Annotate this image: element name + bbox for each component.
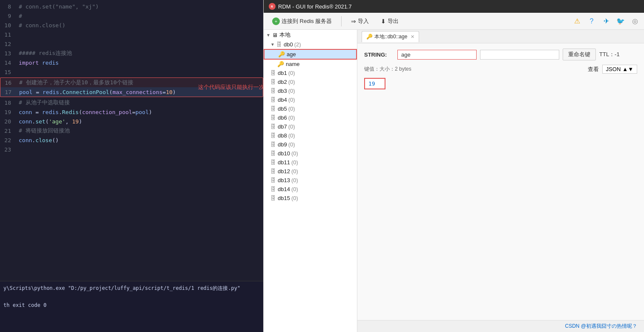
code-line-21: 21 # 将链接放回链接池	[0, 126, 263, 135]
tree-db0[interactable]: ▼ 🗄 db0 (2)	[264, 40, 357, 49]
db0-count: (2)	[294, 41, 301, 48]
tree-panel: ▼ 🖥 本地 ▼ 🗄 db0 (2) 🔑 age 🔑 name	[264, 30, 357, 332]
import-button[interactable]: ⇒ 导入	[347, 16, 373, 27]
age-key-label: age	[287, 51, 296, 57]
warning-icon[interactable]: ⚠	[572, 17, 582, 26]
info-icon[interactable]: ◎	[630, 17, 640, 26]
line-num-20: 20	[0, 118, 15, 125]
detail-tab-age[interactable]: 🔑 本地::db0::age ✕	[362, 31, 419, 42]
detail-content: STRING: 重命名键 TTL：-1 键值：大小：2 bytes 查看 JSO…	[357, 43, 644, 320]
tree-root[interactable]: ▼ 🖥 本地	[264, 30, 357, 40]
size-label: 键值：大小：2 bytes	[364, 66, 411, 73]
rename-button[interactable]: 重命名键	[563, 49, 596, 60]
code-line-9: 9 #	[0, 11, 263, 20]
code-area: 8 # conn.set("name", "xj") 9 # 10 # conn…	[0, 0, 263, 281]
tree-db15[interactable]: 🗄 db15 (0)	[264, 194, 357, 203]
db10-label: db10	[278, 150, 290, 157]
tree-db1[interactable]: 🗄 db1 (0)	[264, 69, 357, 77]
terminal-line-2	[3, 292, 260, 301]
code-line-13: 13 ##### redis连接池	[0, 49, 263, 58]
line-num-23: 23	[0, 146, 15, 153]
tree-db4[interactable]: 🗄 db4 (0)	[264, 95, 357, 104]
line-num-9: 9	[0, 13, 15, 19]
tree-db3[interactable]: 🗄 db3 (0)	[264, 86, 357, 95]
db13-icon: 🗄	[270, 177, 276, 183]
tab-close-button[interactable]: ✕	[411, 34, 414, 40]
db10-count: (0)	[291, 150, 298, 157]
db7-count: (0)	[288, 123, 295, 130]
line-num-16: 16	[0, 80, 16, 86]
key-value-input-placeholder[interactable]	[480, 50, 559, 60]
code-line-11: 11	[0, 30, 263, 39]
db4-label: db4	[278, 97, 287, 103]
tree-key-name[interactable]: 🔑 name	[264, 60, 357, 69]
line-content-19: conn = redis.Redis(connection_pool=pool)	[15, 109, 263, 115]
db3-label: db3	[278, 88, 287, 94]
tree-db14[interactable]: 🗄 db14 (0)	[264, 185, 357, 194]
db14-label: db14	[278, 186, 290, 192]
toolbar-separator-1	[341, 16, 342, 26]
line-num-13: 13	[0, 50, 15, 57]
line-num-15: 15	[0, 69, 15, 75]
tree-db7[interactable]: 🗄 db7 (0)	[264, 122, 357, 131]
db1-label: db1	[278, 70, 287, 76]
db12-icon: 🗄	[270, 168, 276, 175]
code-line-12: 12	[0, 39, 263, 49]
tree-db9[interactable]: 🗄 db9 (0)	[264, 140, 357, 149]
detail-tabbar: 🔑 本地::db0::age ✕	[357, 30, 644, 43]
connect-button[interactable]: + 连接到 Redis 服务器	[268, 16, 336, 27]
db0-label: db0	[284, 41, 293, 48]
export-button[interactable]: ⬇ 导出	[377, 16, 403, 27]
db4-icon: 🗄	[270, 97, 276, 103]
db8-count: (0)	[288, 132, 295, 139]
db2-count: (0)	[288, 79, 295, 85]
svg-text:R: R	[271, 5, 273, 8]
root-arrow: ▼	[266, 33, 272, 37]
db9-icon: 🗄	[270, 141, 276, 148]
highlighted-block: 这个代码应该只能执行一次 16 # 创建池子，池子大小是10，最多放10个链接 …	[0, 77, 263, 97]
db7-icon: 🗄	[270, 123, 276, 130]
db10-icon: 🗄	[270, 150, 276, 157]
line-content-8: # conn.set("name", "xj")	[15, 3, 263, 10]
db0-icon: 🗄	[276, 41, 282, 48]
tree-db10[interactable]: 🗄 db10 (0)	[264, 149, 357, 158]
tree-db8[interactable]: 🗄 db8 (0)	[264, 131, 357, 140]
line-content-22: conn.close()	[15, 137, 263, 143]
connect-label: 连接到 Redis 服务器	[282, 17, 332, 25]
key-name-input[interactable]	[397, 50, 477, 60]
tree-db5[interactable]: 🗄 db5 (0)	[264, 104, 357, 113]
line-num-21: 21	[0, 128, 15, 134]
code-line-20: 20 conn.set('age', 19)	[0, 117, 263, 126]
db9-label: db9	[278, 141, 287, 148]
tree-db12[interactable]: 🗄 db12 (0)	[264, 167, 357, 176]
view-format-chevron: ▲▼	[622, 66, 633, 72]
db15-label: db15	[278, 195, 290, 201]
help-icon[interactable]: ?	[587, 17, 596, 26]
line-content-10: # conn.close()	[15, 22, 263, 29]
line-num-11: 11	[0, 31, 15, 38]
tree-db2[interactable]: 🗄 db2 (0)	[264, 77, 357, 86]
twitter-icon[interactable]: 🐦	[616, 17, 625, 26]
line-num-18: 18	[0, 100, 15, 106]
db5-icon: 🗄	[270, 106, 276, 112]
code-line-15: 15	[0, 67, 263, 77]
detail-row-type: STRING: 重命名键 TTL：-1	[364, 49, 637, 60]
name-key-label: name	[286, 61, 300, 67]
tree-db13[interactable]: 🗄 db13 (0)	[264, 176, 357, 185]
db15-count: (0)	[291, 195, 298, 201]
view-format-select[interactable]: JSON ▲▼	[602, 65, 637, 74]
line-content-14: import redis	[15, 60, 263, 66]
telegram-icon[interactable]: ✈	[601, 17, 611, 26]
terminal-line-1: y\Scripts\python.exe "D:/py_project/luff…	[3, 284, 260, 292]
view-format-value: JSON	[606, 66, 621, 72]
rdm-app-icon: R	[269, 3, 276, 10]
line-num-19: 19	[0, 109, 15, 115]
value-display[interactable]: 19	[364, 78, 385, 89]
age-key-icon: 🔑	[278, 51, 285, 57]
tree-db11[interactable]: 🗄 db11 (0)	[264, 158, 357, 167]
db2-label: db2	[278, 79, 287, 85]
rdm-panel: R RDM - GUI for Redis® 2021.7 + 连接到 Redi…	[263, 0, 644, 332]
code-line-10: 10 # conn.close()	[0, 20, 263, 30]
tree-db6[interactable]: 🗄 db6 (0)	[264, 113, 357, 122]
tree-key-age[interactable]: 🔑 age	[264, 49, 357, 60]
